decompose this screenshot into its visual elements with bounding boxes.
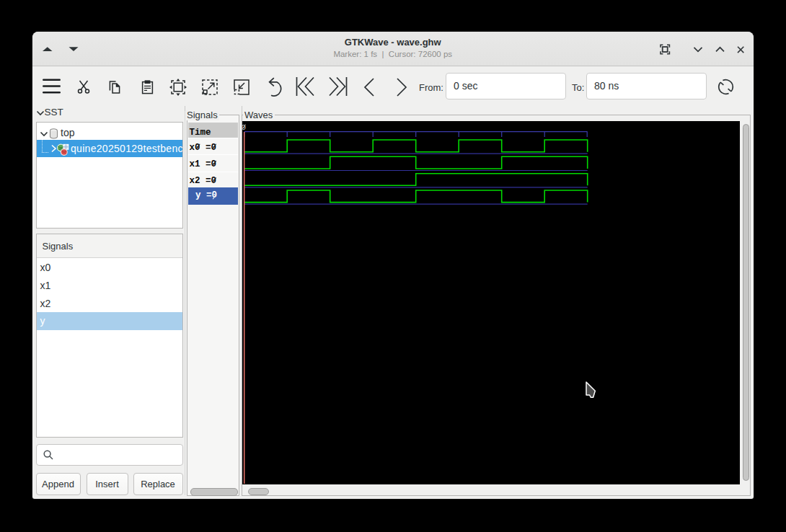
svg-text:0: 0: [242, 123, 246, 132]
